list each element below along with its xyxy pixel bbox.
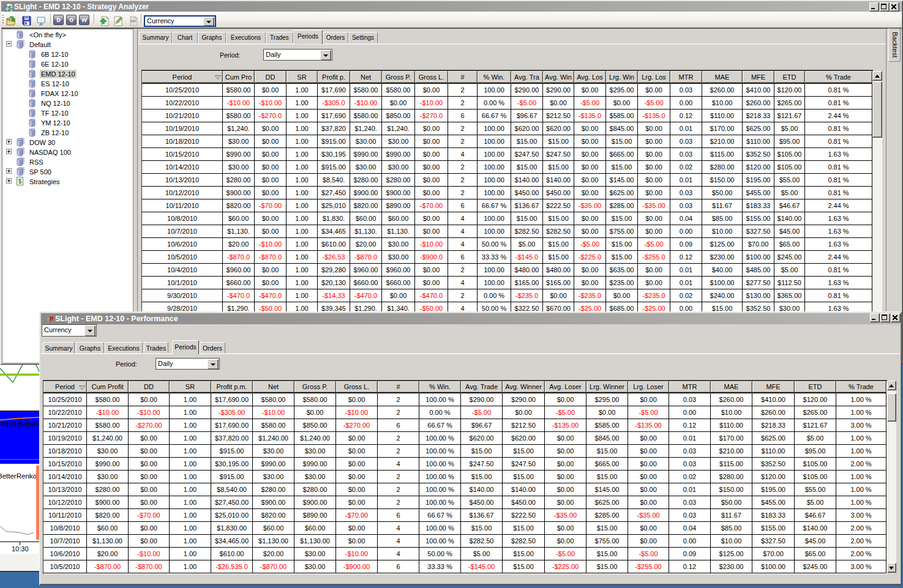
svg-text:$: $ (18, 178, 22, 185)
